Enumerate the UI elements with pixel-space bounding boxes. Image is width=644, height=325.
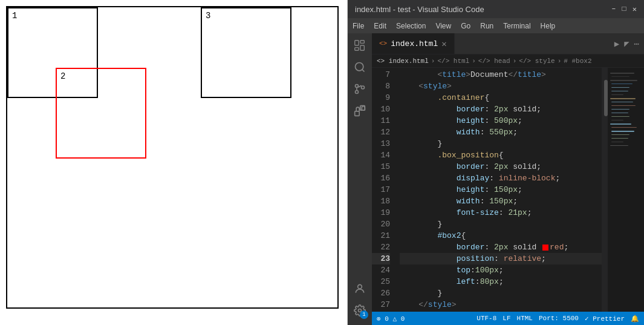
code-line-7: <title>Document</title> [400, 69, 602, 80]
activity-bar-bottom: 1 [350, 279, 369, 325]
code-line-9: .container{ [400, 92, 602, 103]
code-content: <title>Document</title> <style> .contain… [395, 68, 602, 312]
code-line-14: .box_position{ [400, 149, 602, 161]
breadcrumb-index[interactable]: <> index.html [377, 57, 429, 65]
source-control-icon[interactable] [350, 79, 369, 99]
status-notification[interactable]: 🔔 [631, 315, 639, 323]
status-line-ending[interactable]: LF [503, 315, 510, 322]
code-line-25: left:80px; [400, 276, 602, 287]
svg-rect-24 [611, 113, 628, 113]
menu-terminal[interactable]: Terminal [503, 22, 530, 30]
tab-actions: ▶ ◤ ⋯ [610, 33, 644, 54]
activity-bar: 1 [348, 33, 372, 325]
box3: 3 [201, 7, 291, 98]
title-bar: index.html - test - Visual Studio Code –… [348, 0, 644, 18]
run-icon[interactable]: ▶ [614, 39, 619, 49]
svg-rect-30 [611, 134, 629, 135]
tab-label: index.html [391, 39, 438, 48]
close-button[interactable]: ✕ [633, 5, 637, 14]
svg-rect-0 [355, 41, 359, 45]
code-line-15: border: 2px solid; [400, 161, 602, 172]
code-editor[interactable]: 7 8 9 10 11 12 13 14 15 16 17 18 19 20 2… [372, 68, 644, 312]
box2: 2 [56, 68, 146, 159]
svg-rect-33 [610, 145, 628, 146]
svg-rect-20 [610, 98, 636, 99]
code-line-26: } [400, 287, 602, 299]
split-editor-icon[interactable]: ◤ [624, 39, 629, 49]
svg-rect-14 [611, 76, 629, 77]
scrollbar[interactable] [602, 68, 608, 312]
browser-preview: 1 3 2 [0, 0, 348, 325]
line-numbers: 7 8 9 10 11 12 13 14 15 16 17 18 19 20 2… [372, 68, 395, 312]
minimap [608, 68, 644, 312]
code-line-8: <style> [400, 80, 602, 92]
menu-view[interactable]: View [435, 22, 451, 30]
svg-rect-9 [355, 111, 360, 116]
search-icon[interactable] [350, 57, 369, 77]
svg-rect-28 [611, 127, 637, 128]
status-encoding[interactable]: UTF-8 [476, 315, 496, 322]
svg-rect-13 [610, 73, 634, 74]
menu-go[interactable]: Go [461, 22, 470, 30]
svg-point-4 [356, 63, 363, 71]
code-line-22: border: 2px solid red; [400, 241, 602, 253]
breadcrumb-style[interactable]: </> style [519, 57, 555, 65]
breadcrumb-html[interactable]: </> html [437, 57, 469, 65]
svg-rect-25 [611, 116, 629, 117]
breadcrumb-head[interactable]: </> head [478, 57, 510, 65]
menu-run[interactable]: Run [480, 22, 493, 30]
svg-rect-3 [355, 48, 359, 51]
svg-rect-19 [611, 94, 623, 95]
menu-bar: File Edit Selection View Go Run Terminal… [348, 18, 644, 33]
svg-rect-23 [611, 109, 629, 110]
app-title: index.html - test - Visual Studio Code [355, 5, 484, 14]
svg-point-11 [358, 284, 362, 289]
main-area: 1 <> index.html ✕ ▶ ◤ ⋯ <> i [348, 33, 644, 325]
breadcrumb-box2[interactable]: # #box2 [564, 57, 591, 65]
explorer-icon[interactable] [350, 36, 369, 55]
menu-selection[interactable]: Selection [396, 22, 426, 30]
status-errors[interactable]: ⊗ 0 △ 0 [377, 315, 405, 323]
svg-rect-2 [360, 45, 364, 50]
more-actions-icon[interactable]: ⋯ [634, 39, 639, 49]
notification-badge: 1 [360, 310, 368, 319]
status-left: ⊗ 0 △ 0 [377, 315, 405, 323]
vscode-window: index.html - test - Visual Studio Code –… [348, 0, 644, 325]
code-line-10: border: 2px solid; [400, 103, 602, 115]
extensions-icon[interactable] [350, 101, 369, 120]
tab-bar: <> index.html ✕ ▶ ◤ ⋯ [372, 33, 644, 54]
minimize-button[interactable]: – [611, 5, 616, 14]
code-line-13: } [400, 138, 602, 149]
svg-rect-21 [611, 102, 633, 102]
code-line-18: width: 150px; [400, 195, 602, 207]
svg-rect-1 [360, 41, 364, 44]
maximize-button[interactable]: □ [622, 5, 626, 14]
code-line-17: height: 150px; [400, 184, 602, 195]
code-line-23: position: relative; [400, 253, 602, 264]
code-line-16: display: inline-block; [400, 172, 602, 184]
status-language[interactable]: HTML [517, 315, 533, 322]
code-line-21: #box2{ [400, 230, 602, 241]
settings-icon[interactable]: 1 [350, 301, 369, 320]
svg-rect-32 [611, 142, 623, 142]
account-icon[interactable] [350, 279, 369, 298]
svg-rect-26 [611, 120, 623, 120]
status-bar: ⊗ 0 △ 0 UTF-8 LF HTML Port: 5500 ✓ Prett… [372, 312, 644, 325]
menu-file[interactable]: File [353, 22, 364, 30]
svg-rect-22 [611, 105, 636, 106]
box1-label: 1 [12, 11, 17, 21]
tab-close-button[interactable]: ✕ [441, 39, 446, 49]
code-line-11: height: 500px; [400, 115, 602, 126]
code-line-20: } [400, 218, 602, 230]
svg-rect-29 [611, 131, 634, 132]
svg-line-5 [362, 70, 365, 72]
menu-help[interactable]: Help [541, 22, 556, 30]
svg-point-7 [356, 91, 359, 94]
status-port[interactable]: Port: 5500 [539, 315, 579, 322]
tab-index-html[interactable]: <> index.html ✕ [372, 33, 455, 54]
html-file-icon: <> [379, 40, 387, 47]
box3-label: 3 [206, 11, 210, 21]
container-box: 1 3 2 [6, 6, 339, 309]
status-prettier[interactable]: ✓ Prettier [585, 315, 625, 323]
menu-edit[interactable]: Edit [374, 22, 386, 30]
